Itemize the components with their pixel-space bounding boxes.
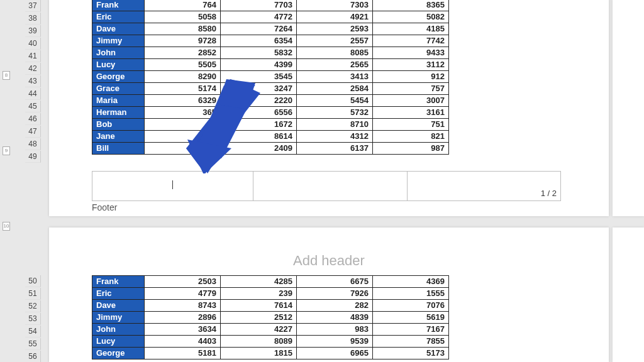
table-row[interactable]: Herman365655657323161 xyxy=(92,107,449,119)
row-number[interactable]: 44 xyxy=(25,88,41,100)
value-cell[interactable]: 7926 xyxy=(297,288,373,300)
value-cell[interactable]: 7703 xyxy=(221,0,297,11)
name-cell[interactable]: Bill xyxy=(92,143,145,155)
value-cell[interactable]: 1555 xyxy=(373,288,449,300)
value-cell[interactable]: 6556 xyxy=(221,107,297,119)
value-cell[interactable]: 2565 xyxy=(297,59,373,71)
row-number[interactable]: 40 xyxy=(25,38,41,50)
value-cell[interactable]: 282 xyxy=(297,300,373,312)
table-row[interactable]: Maria6329222054543007 xyxy=(92,95,449,107)
table-row[interactable]: Dave8580726425934185 xyxy=(92,23,449,35)
value-cell[interactable]: 751 xyxy=(373,119,449,131)
value-cell[interactable]: 6354 xyxy=(221,35,297,47)
value-cell[interactable]: 5619 xyxy=(373,312,449,324)
value-cell[interactable]: 2512 xyxy=(221,312,297,324)
footer-center-segment[interactable] xyxy=(253,171,406,201)
table-row[interactable]: Lucy5505439925653112 xyxy=(92,59,449,71)
row-number[interactable]: 55 xyxy=(25,338,41,350)
value-cell[interactable]: 2557 xyxy=(297,35,373,47)
table-row[interactable]: Frank764770373038365 xyxy=(92,0,449,11)
value-cell[interactable]: 6965 xyxy=(297,348,373,359)
value-cell[interactable]: 3161 xyxy=(373,107,449,119)
row-number[interactable]: 39 xyxy=(25,25,41,37)
value-cell[interactable]: 9433 xyxy=(373,47,449,59)
value-cell[interactable]: 9728 xyxy=(145,35,221,47)
table-row[interactable]: John363442279837167 xyxy=(92,324,449,336)
name-cell[interactable]: Eric xyxy=(92,11,145,23)
value-cell[interactable]: 3634 xyxy=(145,324,221,336)
value-cell[interactable]: 5181 xyxy=(145,348,221,359)
row-number[interactable]: 50 xyxy=(25,275,41,287)
value-cell[interactable]: 6675 xyxy=(297,276,373,288)
value-cell[interactable]: 1815 xyxy=(221,348,297,359)
value-cell[interactable]: 912 xyxy=(373,71,449,83)
name-cell[interactable]: Jane xyxy=(92,131,145,143)
value-cell[interactable]: 4312 xyxy=(297,131,373,143)
table-row[interactable]: Jimmy2896251248395619 xyxy=(92,312,449,324)
row-number[interactable]: 47 xyxy=(25,126,41,138)
name-cell[interactable]: John xyxy=(92,324,145,336)
value-cell[interactable]: 4399 xyxy=(221,59,297,71)
row-number[interactable]: 42 xyxy=(25,63,41,75)
value-cell[interactable]: 2584 xyxy=(297,83,373,95)
footer-right-segment[interactable]: 1 / 2 xyxy=(407,171,561,201)
row-number[interactable]: 46 xyxy=(25,113,41,125)
name-cell[interactable]: Frank xyxy=(92,276,145,288)
value-cell[interactable]: 7303 xyxy=(297,0,373,11)
value-cell[interactable]: 1 xyxy=(145,119,221,131)
name-cell[interactable]: Herman xyxy=(92,107,145,119)
value-cell[interactable]: 7167 xyxy=(373,324,449,336)
value-cell[interactable]: 3112 xyxy=(373,59,449,71)
row-number[interactable]: 56 xyxy=(25,351,41,362)
value-cell[interactable]: 239 xyxy=(221,288,297,300)
row-number[interactable]: 43 xyxy=(25,75,41,87)
value-cell[interactable]: 5832 xyxy=(221,47,297,59)
row-number[interactable]: 49 xyxy=(25,151,41,163)
table-row[interactable]: Frank2503428566754369 xyxy=(92,276,449,288)
value-cell[interactable]: 2409 xyxy=(221,143,297,155)
value-cell[interactable]: 8710 xyxy=(297,119,373,131)
name-cell[interactable]: Jimmy xyxy=(92,312,145,324)
name-cell[interactable]: Frank xyxy=(92,0,145,11)
value-cell[interactable]: 4369 xyxy=(373,276,449,288)
name-cell[interactable]: Jimmy xyxy=(92,35,145,47)
value-cell[interactable]: 764 xyxy=(145,0,221,11)
value-cell[interactable]: 7614 xyxy=(221,300,297,312)
row-number[interactable]: 38 xyxy=(25,13,41,25)
value-cell[interactable]: 9539 xyxy=(297,336,373,348)
value-cell[interactable]: 7855 xyxy=(373,336,449,348)
value-cell[interactable]: 2896 xyxy=(145,312,221,324)
value-cell[interactable]: 8614 xyxy=(221,131,297,143)
value-cell[interactable]: 2503 xyxy=(145,276,221,288)
value-cell[interactable]: 8580 xyxy=(145,23,221,35)
value-cell[interactable]: 365 xyxy=(145,107,221,119)
value-cell[interactable]: 2593 xyxy=(297,23,373,35)
value-cell[interactable]: 5082 xyxy=(373,11,449,23)
value-cell[interactable]: 987 xyxy=(373,143,449,155)
value-cell[interactable]: 983 xyxy=(297,324,373,336)
value-cell[interactable]: 821 xyxy=(373,131,449,143)
value-cell[interactable]: 757 xyxy=(373,83,449,95)
value-cell[interactable]: 8089 xyxy=(221,336,297,348)
value-cell[interactable]: 3413 xyxy=(297,71,373,83)
row-number[interactable]: 37 xyxy=(25,0,41,12)
row-number[interactable]: 41 xyxy=(25,50,41,62)
value-cell[interactable]: 7076 xyxy=(373,300,449,312)
value-cell[interactable]: 4403 xyxy=(145,336,221,348)
value-cell[interactable]: 5058 xyxy=(145,11,221,23)
name-cell[interactable]: Lucy xyxy=(92,336,145,348)
value-cell[interactable]: 4772 xyxy=(221,11,297,23)
name-cell[interactable]: Eric xyxy=(92,288,145,300)
value-cell[interactable]: 2852 xyxy=(145,47,221,59)
value-cell[interactable]: 4285 xyxy=(221,276,297,288)
name-cell[interactable]: George xyxy=(92,71,145,83)
name-cell[interactable]: Maria xyxy=(92,95,145,107)
row-number[interactable]: 51 xyxy=(25,288,41,300)
data-table-page-1[interactable]: Frank764770373038365Eric5058477249215082… xyxy=(92,0,449,155)
value-cell[interactable]: 1672 xyxy=(221,119,297,131)
value-cell[interactable]: 5454 xyxy=(297,95,373,107)
value-cell[interactable]: 8743 xyxy=(145,300,221,312)
table-row[interactable]: Grace517432472584757 xyxy=(92,83,449,95)
table-row[interactable]: Dave874376142827076 xyxy=(92,300,449,312)
footer-left-segment[interactable] xyxy=(92,171,253,201)
